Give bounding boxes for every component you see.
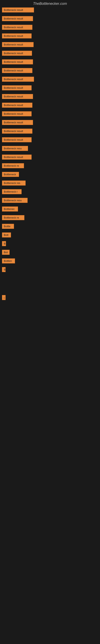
bottleneck-item: Bottleneck result [2,59,98,64]
bottleneck-bar: Bottlen [2,258,15,264]
bottleneck-item: B [2,241,98,246]
bottleneck-item [2,304,98,310]
bottleneck-item: Bottleneck result [2,85,98,90]
bottleneck-bar: Bottlenec [2,206,18,212]
bottleneck-item: Bottleneck res [2,180,98,186]
bottleneck-item: Bottleneck re [2,163,98,168]
bottleneck-bar: Bottleneck res [2,180,26,186]
items-container: Bottleneck resultBottleneck resultBottle… [0,8,100,329]
bottleneck-item: Bottleneck result [2,154,98,160]
bottleneck-bar: Bottle [2,224,14,229]
bottleneck-item: Bottleneck re [2,215,98,220]
bottleneck-item: Bottleneck result [2,42,98,47]
bottleneck-item: Bottlen [2,258,98,264]
bottleneck-item: Bottleneck result [2,77,98,82]
bottleneck-bar: B [2,241,6,246]
bottleneck-bar: Bottleneck result [2,128,32,134]
bottleneck-item: Bot [2,250,98,255]
bottleneck-bar: Bottleneck [2,172,19,177]
bottleneck-bar: Bottleneck re [2,163,24,168]
bottleneck-item: Bottleneck result [2,137,98,142]
bottleneck-bar: Bottleneck result [2,85,32,90]
site-title: TheBottlenecker.com [0,0,100,8]
bottleneck-item: Bottleneck result [2,111,98,116]
bottleneck-item: Bottleneck r [2,189,98,194]
bottleneck-item: B [2,267,98,272]
site-title-container: TheBottlenecker.com [0,0,100,8]
bottleneck-bar: Bottleneck re [2,215,24,220]
bottleneck-item: Bottleneck result [2,8,98,12]
bottleneck-bar: Bottleneck result [2,51,32,56]
bottleneck-bar: Bot [2,250,10,255]
bottleneck-item: Bottleneck resu [2,198,98,203]
bottleneck-bar: Bottleneck resu [2,198,28,203]
bottleneck-bar: Bottleneck result [2,111,32,116]
bottleneck-bar: Bottleneck result [2,34,32,38]
bottleneck-bar: Bott [2,232,11,238]
bottleneck-item: Bottleneck result [2,68,98,73]
bottleneck-bar: Bottleneck result [2,154,32,160]
bottleneck-item: Bottle [2,224,98,229]
bottleneck-item: Bottlenec [2,206,98,212]
bottleneck-bar: Bottleneck result [2,77,34,82]
bottleneck-bar: Bottleneck result [2,16,33,21]
bottleneck-item: Bottleneck [2,172,98,177]
bottleneck-item: Bottleneck result [2,25,98,30]
bottleneck-bar: Bottleneck result [2,68,32,73]
bottleneck-item: Bottleneck result [2,51,98,56]
bottleneck-bar: Bottleneck result [2,25,32,30]
bottleneck-item: Bott [2,232,98,238]
bottleneck-item: Bottleneck result [2,94,98,99]
bottleneck-bar: B [2,267,6,272]
bottleneck-item [2,285,98,292]
bottleneck-bar: Bottleneck result [2,120,33,125]
bottleneck-bar: Bottleneck result [2,42,34,47]
bottleneck-item: Bottleneck result [2,120,98,125]
bottleneck-item: Bottleneck result [2,128,98,134]
bottleneck-item: Bottleneck resu [2,146,98,151]
bottleneck-item: Bottleneck result [2,34,98,38]
bottleneck-bar: Bottleneck result [2,8,34,12]
bottleneck-item: | [2,295,98,300]
bottleneck-item [2,276,98,282]
bottleneck-bar: | [2,295,6,300]
bottleneck-item [2,313,98,320]
bottleneck-item: Bottleneck result [2,103,98,108]
bottleneck-bar: Bottleneck r [2,189,22,194]
bottleneck-bar: Bottleneck result [2,94,33,99]
bottleneck-bar: Bottleneck resu [2,146,28,151]
bottleneck-bar: Bottleneck result [2,137,32,142]
bottleneck-bar: Bottleneck result [2,103,32,108]
bottleneck-bar: Bottleneck result [2,59,33,64]
bottleneck-item: Bottleneck result [2,16,98,21]
bottleneck-item [2,323,98,329]
